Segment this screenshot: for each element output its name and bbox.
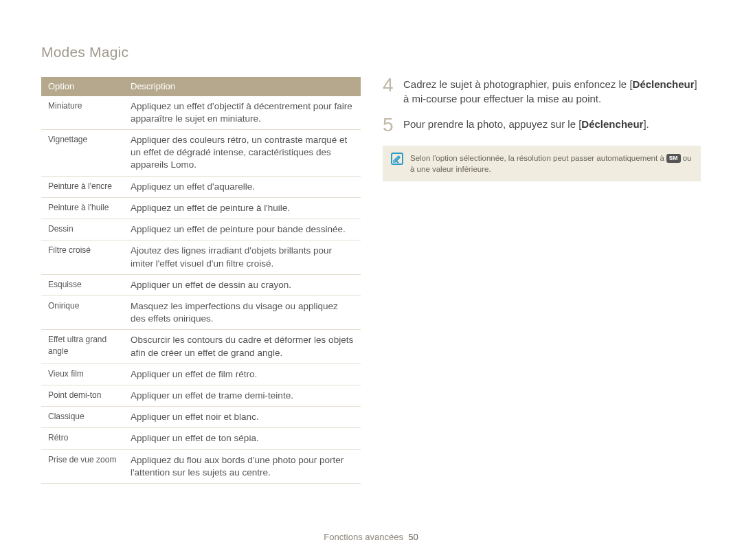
table-row: DessinAppliquez un effet de peinture pou… xyxy=(41,219,361,240)
description-cell: Appliquer un effet de ton sépia. xyxy=(124,428,361,449)
description-cell: Appliquez un effet de peinture pour band… xyxy=(124,219,361,240)
table-header-row: Option Description xyxy=(41,77,361,96)
description-cell: Appliquez un effet d'objectif à décentre… xyxy=(124,96,361,130)
option-cell: Rétro xyxy=(41,428,124,449)
description-cell: Obscurcir les contours du cadre et défor… xyxy=(124,330,361,363)
description-cell: Masquez les imperfections du visage ou a… xyxy=(124,295,361,329)
step-text-pre: Pour prendre la photo, appuyez sur le [ xyxy=(403,118,581,130)
table-row: ClassiqueAppliquer un effet noir et blan… xyxy=(41,407,361,428)
pencil-icon xyxy=(392,154,402,164)
footer-section: Fonctions avancées xyxy=(324,532,403,542)
option-cell: Dessin xyxy=(41,219,124,240)
table-row: Vieux filmAppliquer un effet de film rét… xyxy=(41,363,361,385)
step-5: 5 Pour prendre la photo, appuyez sur le … xyxy=(383,117,701,135)
option-cell: Point demi-ton xyxy=(41,385,124,407)
description-cell: Appliquez du flou aux bords d'une photo … xyxy=(124,449,361,483)
option-cell: Filtre croisé xyxy=(41,240,124,274)
right-column: 4 Cadrez le sujet à photographier, puis … xyxy=(383,77,701,484)
option-cell: Effet ultra grand angle xyxy=(41,330,124,363)
content-columns: Option Description MiniatureAppliquez un… xyxy=(41,77,701,484)
options-table: Option Description MiniatureAppliquez un… xyxy=(41,77,361,484)
table-row: OniriqueMasquez les imperfections du vis… xyxy=(41,295,361,329)
th-option: Option xyxy=(41,77,124,96)
step-text-bold: Déclencheur xyxy=(581,118,643,130)
step-4: 4 Cadrez le sujet à photographier, puis … xyxy=(383,77,701,106)
table-row: MiniatureAppliquez un effet d'objectif à… xyxy=(41,96,361,130)
description-cell: Appliquer des couleurs rétro, un contras… xyxy=(124,129,361,176)
table-row: Filtre croiséAjoutez des lignes irradian… xyxy=(41,240,361,274)
page-title: Modes Magic xyxy=(41,44,701,60)
step-number: 4 xyxy=(383,76,403,95)
table-row: Prise de vue zoomAppliquez du flou aux b… xyxy=(41,449,361,483)
note-pre: Selon l'option sélectionnée, la résoluti… xyxy=(410,154,666,162)
table-row: VignettageAppliquer des couleurs rétro, … xyxy=(41,129,361,176)
option-cell: Peinture à l'huile xyxy=(41,197,124,219)
note-box: Selon l'option sélectionnée, la résoluti… xyxy=(383,146,701,181)
description-cell: Appliquer un effet de trame demi-teinte. xyxy=(124,385,361,407)
option-cell: Peinture à l'encre xyxy=(41,176,124,197)
option-cell: Esquisse xyxy=(41,274,124,295)
footer-page-number: 50 xyxy=(408,532,418,542)
step-text-pre: Cadrez le sujet à photographier, puis en… xyxy=(403,78,633,90)
table-row: Point demi-tonAppliquer un effet de tram… xyxy=(41,385,361,407)
description-cell: Ajoutez des lignes irradiant d'objets br… xyxy=(124,240,361,274)
option-cell: Miniature xyxy=(41,96,124,130)
step-text-bold: Déclencheur xyxy=(633,78,695,90)
option-cell: Classique xyxy=(41,407,124,428)
note-icon xyxy=(391,153,403,165)
step-text-post: ]. xyxy=(643,118,649,130)
step-text: Cadrez le sujet à photographier, puis en… xyxy=(403,77,701,106)
left-column: Option Description MiniatureAppliquez un… xyxy=(41,77,361,484)
description-cell: Appliquez un effet de peinture à l'huile… xyxy=(124,197,361,219)
description-cell: Appliquer un effet de dessin au crayon. xyxy=(124,274,361,295)
description-cell: Appliquez un effet d'aquarelle. xyxy=(124,176,361,197)
page-footer: Fonctions avancées 50 xyxy=(0,532,742,542)
description-cell: Appliquer un effet de film rétro. xyxy=(124,363,361,385)
table-row: EsquisseAppliquer un effet de dessin au … xyxy=(41,274,361,295)
description-cell: Appliquer un effet noir et blanc. xyxy=(124,407,361,428)
table-row: RétroAppliquer un effet de ton sépia. xyxy=(41,428,361,449)
table-row: Peinture à l'huileAppliquez un effet de … xyxy=(41,197,361,219)
note-text: Selon l'option sélectionnée, la résoluti… xyxy=(410,153,693,175)
resolution-badge-icon: 5M xyxy=(666,154,681,163)
option-cell: Prise de vue zoom xyxy=(41,449,124,483)
option-cell: Vignettage xyxy=(41,129,124,176)
option-cell: Onirique xyxy=(41,295,124,329)
th-description: Description xyxy=(124,77,361,96)
option-cell: Vieux film xyxy=(41,363,124,385)
step-number: 5 xyxy=(383,115,403,135)
table-row: Effet ultra grand angleObscurcir les con… xyxy=(41,330,361,363)
page: Modes Magic Option Description Miniature… xyxy=(0,0,742,560)
table-row: Peinture à l'encreAppliquez un effet d'a… xyxy=(41,176,361,197)
step-text: Pour prendre la photo, appuyez sur le [D… xyxy=(403,117,649,131)
